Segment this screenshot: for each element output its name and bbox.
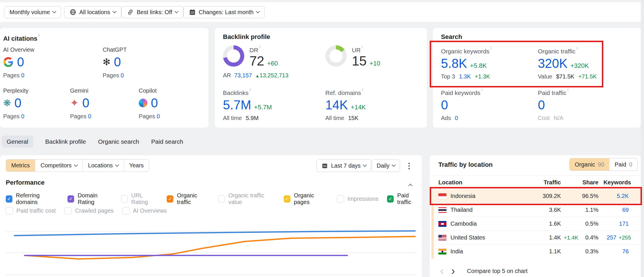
paid-traffic-value[interactable]: 0 xyxy=(538,98,545,112)
info-icon[interactable]: i xyxy=(577,46,577,50)
citations-count[interactable]: 0 xyxy=(151,96,158,110)
keywords-link[interactable]: 69 xyxy=(622,207,629,213)
citations-count[interactable]: 0 xyxy=(14,96,21,110)
metric-checkbox-url-rating[interactable]: URL Rating xyxy=(121,192,158,205)
segment-locations[interactable]: Locations xyxy=(82,160,124,171)
organic-traffic-value[interactable]: 320K xyxy=(538,57,568,70)
monthly-volume-filter[interactable]: Monthly volume xyxy=(4,6,61,18)
chevron-down-icon xyxy=(363,163,367,167)
card-title: AI citationsi xyxy=(3,33,40,42)
pages-count[interactable]: 0 xyxy=(157,113,160,119)
table-row-thailand[interactable]: Thailand 3.6K 1.1% 69 xyxy=(430,203,641,217)
best-links-filter[interactable]: Best links: Off xyxy=(121,6,183,18)
keywords-link[interactable]: 5.2K xyxy=(617,193,629,199)
engine-name: Copilot xyxy=(139,87,160,94)
pages-count[interactable]: 0 xyxy=(21,113,24,119)
segment-competitors[interactable]: Competitors xyxy=(35,160,82,171)
traffic-by-location-panel: Traffic by location Organic90 Paid0 Loca… xyxy=(430,155,641,277)
backlinks-value[interactable]: 5.7M xyxy=(223,98,251,112)
metrics-checkbox-row-1: ✓Referring domains ✓Domain Rating URL Ra… xyxy=(6,192,422,205)
metric-checkbox-domain-rating[interactable]: ✓Domain Rating xyxy=(67,192,112,205)
info-icon[interactable]: i xyxy=(568,87,568,92)
chevron-down-icon xyxy=(74,163,78,167)
date-range-button[interactable]: Last 7 days xyxy=(316,159,371,172)
table-row-india[interactable]: India 1.1K 0.3% 76 xyxy=(430,244,641,258)
info-icon[interactable]: i xyxy=(39,33,40,38)
keywords-link[interactable]: 171 xyxy=(619,220,629,227)
ref-domains-value[interactable]: 14K xyxy=(325,98,348,112)
info-icon[interactable]: i xyxy=(250,87,251,92)
organic-traffic-metric: Organic traffici 320K +320K Value $71.5K… xyxy=(538,46,597,80)
metric-checkbox-paid-traffic-cost[interactable]: Paid traffic cost xyxy=(6,207,56,214)
granularity-button[interactable]: Daily xyxy=(372,159,400,172)
tab-organic-search[interactable]: Organic search xyxy=(98,138,139,145)
organic-keywords-value[interactable]: 5.8K xyxy=(441,57,467,70)
segment-metrics[interactable]: Metrics xyxy=(6,160,35,171)
changes-filter[interactable]: Changes: Last month xyxy=(183,6,265,18)
table-row-united-states[interactable]: United States 1.4K +1.4K 0.4% 257+255 xyxy=(430,231,641,244)
prev-page-icon[interactable]: ‹ xyxy=(440,265,444,276)
pages-count[interactable]: 0 xyxy=(21,72,24,78)
pages-label: Pages xyxy=(3,113,20,119)
top3-link[interactable]: 1.3K xyxy=(459,73,471,80)
checkbox-icon: ✓ xyxy=(167,195,173,203)
engine-name: AI Overview xyxy=(3,46,34,53)
toggle-paid[interactable]: Paid0 xyxy=(609,158,637,171)
united-states-flag-icon xyxy=(438,235,446,241)
pages-count[interactable]: 0 xyxy=(121,72,124,78)
metric-checkbox-paid-traffic[interactable]: ✓Paid traffic xyxy=(387,192,422,205)
more-options-icon[interactable] xyxy=(407,162,411,171)
checkbox-icon xyxy=(337,195,344,203)
indonesia-flag-icon xyxy=(438,193,446,199)
ai-engine-gemini: Gemini ✦ 0 Pages 0 xyxy=(70,87,91,120)
perplexity-icon: ❋ xyxy=(3,98,11,108)
tab-backlink-profile[interactable]: Backlink profile xyxy=(45,138,86,145)
ref-domains-change: +14K xyxy=(351,104,366,111)
locations-filter[interactable]: All locations xyxy=(64,6,121,18)
info-icon[interactable]: i xyxy=(491,46,491,50)
pages-label: Pages xyxy=(103,72,119,78)
metric-checkbox-crawled-pages[interactable]: Crawled pages xyxy=(64,207,113,214)
citations-count[interactable]: 0 xyxy=(114,55,121,69)
performance-chart[interactable] xyxy=(6,222,417,277)
pages-count[interactable]: 0 xyxy=(88,113,91,119)
metric-checkbox-organic-traffic[interactable]: ✓Organic traffic xyxy=(167,192,209,205)
chevron-down-icon xyxy=(392,163,396,167)
tab-general[interactable]: General xyxy=(2,136,33,148)
metric-checkbox-ai-overviews[interactable]: AI Overviews xyxy=(122,207,167,214)
metric-checkbox-organic-traffic-value[interactable]: Organic traffic value xyxy=(218,192,275,205)
citations-count[interactable]: 0 xyxy=(17,55,24,69)
table-footer: ‹ › Compare top 5 on chart xyxy=(430,264,641,277)
compare-top5-link[interactable]: Compare top 5 on chart xyxy=(467,268,527,274)
metric-checkbox-referring-domains[interactable]: ✓Referring domains xyxy=(6,192,59,205)
section-tabs: General Backlink profile Organic search … xyxy=(2,136,183,148)
ahrefs-rank-link[interactable]: 73,157 xyxy=(234,72,252,78)
toggle-organic[interactable]: Organic90 xyxy=(570,158,609,171)
citations-count[interactable]: 0 xyxy=(82,96,89,110)
info-icon[interactable]: i xyxy=(362,45,363,49)
calendar-icon xyxy=(321,162,328,169)
ur-value: 15 xyxy=(352,54,367,68)
ads-link[interactable]: 0 xyxy=(455,115,458,121)
segment-years[interactable]: Years xyxy=(124,160,149,171)
checkbox-icon: ✓ xyxy=(284,195,290,203)
checkbox-icon xyxy=(121,195,128,203)
gemini-icon: ✦ xyxy=(70,98,79,108)
metric-checkbox-organic-pages[interactable]: ✓Organic pages xyxy=(284,192,328,205)
info-icon[interactable]: i xyxy=(362,87,363,92)
tab-paid-search[interactable]: Paid search xyxy=(151,138,183,145)
table-row-cambodia[interactable]: Cambodia 1.6K 0.5% 171 xyxy=(430,217,641,231)
table-header-row: Location Traffic Share Keywords xyxy=(430,176,641,189)
next-page-icon[interactable]: › xyxy=(451,265,455,276)
scrollbar-track[interactable] xyxy=(641,0,644,277)
info-icon[interactable]: i xyxy=(259,45,260,49)
google-icon xyxy=(3,57,14,67)
info-icon[interactable]: i xyxy=(482,87,482,92)
keywords-link[interactable]: 76 xyxy=(622,248,629,254)
paid-keywords-value[interactable]: 0 xyxy=(441,98,448,112)
keywords-link[interactable]: 257 xyxy=(607,234,616,241)
collapse-section-icon[interactable] xyxy=(409,182,412,188)
metric-checkbox-impressions[interactable]: Impressions xyxy=(337,195,379,203)
table-row-indonesia[interactable]: Indonesia 309.2K 96.5% 5.2K xyxy=(430,189,641,203)
checkbox-icon xyxy=(64,207,72,214)
